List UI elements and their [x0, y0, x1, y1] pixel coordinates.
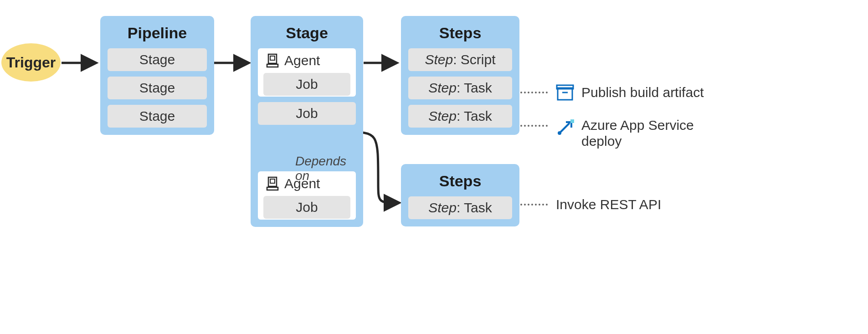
pipeline-title: Pipeline — [108, 24, 207, 42]
job-row-middle: Job — [258, 102, 356, 125]
step-suffix: : Task — [457, 80, 492, 95]
step-prefix: Step — [425, 52, 453, 67]
annotation-text: Publish build artifact — [581, 85, 704, 100]
step-row: Step: Script — [408, 48, 512, 71]
agent-row: Agent — [263, 53, 350, 68]
svg-rect-4 — [270, 179, 275, 183]
step-prefix: Step — [428, 108, 457, 123]
pipeline-stage-row: Stage — [108, 48, 207, 71]
svg-rect-7 — [557, 85, 573, 89]
steps-title: Steps — [408, 24, 512, 42]
svg-rect-5 — [267, 187, 278, 190]
step-prefix: Step — [428, 200, 457, 215]
annotation-text: Invoke REST API — [556, 197, 661, 212]
stage-panel: Stage Agent Job Job Agent Job — [251, 16, 363, 227]
dotted-connector — [520, 92, 548, 93]
annotation-invoke: Invoke REST API — [520, 197, 661, 212]
job-row: Job — [263, 196, 350, 219]
agent-icon — [266, 53, 279, 68]
svg-rect-2 — [267, 64, 278, 67]
steps-panel-2: Steps Step: Task — [401, 164, 519, 226]
agent-label: Agent — [284, 53, 320, 68]
step-suffix: : Task — [457, 108, 492, 123]
annotation-text: Azure App Service deploy — [581, 118, 727, 149]
step-row: Step: Task — [408, 77, 512, 99]
svg-line-10 — [560, 123, 570, 132]
artifact-icon — [556, 83, 574, 102]
pipeline-stage-row: Stage — [108, 77, 207, 99]
annotation-publish: Publish build artifact — [520, 83, 704, 102]
steps-title: Steps — [408, 172, 512, 190]
stage-title: Stage — [258, 24, 356, 42]
svg-rect-1 — [270, 56, 275, 60]
agent-icon — [266, 176, 279, 191]
step-row: Step: Task — [408, 196, 512, 219]
trigger-label: Trigger — [6, 54, 56, 71]
pipeline-stage-row: Stage — [108, 105, 207, 128]
annotation-deploy: Azure App Service deploy — [520, 118, 727, 149]
agent-group-1: Agent Job — [258, 48, 356, 97]
step-suffix: : Task — [457, 200, 492, 215]
pipeline-panel: Pipeline Stage Stage Stage — [100, 16, 214, 135]
step-prefix: Step — [428, 80, 457, 95]
diagram-canvas: Trigger Pipeline Stage Stage Stage Stag — [0, 0, 868, 334]
trigger-node: Trigger — [1, 43, 61, 82]
deploy-icon — [556, 118, 574, 137]
steps-panel-1: Steps Step: Script Step: Task Step: Task — [401, 16, 519, 135]
svg-rect-6 — [558, 88, 572, 100]
dotted-connector — [520, 204, 548, 206]
svg-rect-11 — [570, 119, 574, 123]
job-row: Job — [263, 73, 350, 96]
step-row: Step: Task — [408, 105, 512, 128]
step-suffix: : Script — [453, 52, 495, 67]
dotted-connector — [520, 125, 548, 127]
depends-on-label: Depends on — [295, 154, 354, 183]
